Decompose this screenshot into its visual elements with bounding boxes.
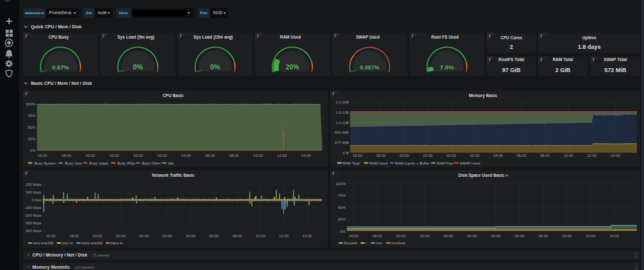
svg-text:14:00: 14:00 [611, 153, 621, 157]
svg-text:08:00: 08:00 [540, 153, 551, 157]
svg-text:SWAP Used: SWAP Used [460, 161, 480, 165]
svg-text:12:00: 12:00 [585, 233, 596, 237]
svg-text:-400 kbps: -400 kbps [24, 229, 41, 233]
svg-text:1.4 GiB: 1.4 GiB [336, 120, 349, 124]
svg-text:20:00: 20:00 [396, 233, 406, 237]
svg-text:16:00: 16:00 [37, 153, 48, 157]
svg-text:Idle: Idle [168, 161, 174, 165]
svg-text:10:00: 10:00 [256, 233, 266, 237]
svg-text:Busy Other: Busy Other [142, 161, 161, 165]
svg-text:16:00: 16:00 [352, 153, 363, 157]
svg-text:RAM Total: RAM Total [343, 161, 360, 165]
svg-text:12:00: 12:00 [279, 233, 289, 237]
svg-text:Busy User: Busy User [65, 161, 82, 165]
svg-text:0%: 0% [133, 62, 143, 70]
svg-text:18:00: 18:00 [372, 233, 383, 237]
svg-text:20:00: 20:00 [86, 153, 96, 157]
svg-text:10:00: 10:00 [253, 153, 263, 157]
svg-text:/: / [366, 241, 367, 245]
svg-text:recv lo: recv lo [62, 241, 73, 245]
svg-text:18:00: 18:00 [376, 153, 386, 157]
svg-text:/boot/efi: /boot/efi [344, 241, 357, 245]
svg-text:trans ens192: trans ens192 [81, 241, 103, 245]
svg-text:/run: /run [376, 241, 383, 245]
svg-text:-300 kbps: -300 kbps [24, 221, 41, 225]
svg-text:CPU Basic: CPU Basic [163, 93, 184, 97]
svg-text:00:00: 00:00 [444, 233, 454, 237]
svg-text:RAM Free: RAM Free [437, 161, 453, 165]
svg-text:25%: 25% [337, 217, 346, 221]
svg-text:75%: 75% [337, 194, 346, 197]
svg-text:14:00: 14:00 [302, 233, 312, 237]
svg-text:0.57%: 0.57% [52, 63, 70, 70]
svg-text:200 kbps: 200 kbps [26, 183, 41, 186]
svg-text:00:00: 00:00 [446, 153, 457, 157]
svg-text:18:00: 18:00 [69, 233, 79, 237]
svg-text:14:00: 14:00 [609, 233, 620, 237]
svg-text:16:00: 16:00 [348, 233, 359, 237]
svg-text:i: i [26, 171, 27, 176]
svg-text:10:00: 10:00 [564, 153, 574, 157]
svg-text:08:00: 08:00 [229, 153, 240, 157]
svg-text:954 MiB: 954 MiB [335, 130, 349, 134]
svg-text:02:00: 02:00 [469, 153, 480, 157]
svg-text:22:00: 22:00 [109, 153, 120, 157]
svg-text:recv ens192: recv ens192 [33, 241, 54, 245]
svg-text:00:00: 00:00 [133, 153, 144, 157]
svg-text:06:00: 06:00 [515, 233, 525, 237]
svg-text:02:00: 02:00 [467, 233, 477, 237]
svg-text:100%: 100% [26, 102, 36, 106]
svg-text:i: i [333, 91, 334, 96]
svg-text:50%: 50% [28, 125, 36, 129]
svg-text:Memory Basic: Memory Basic [469, 93, 497, 98]
svg-text:06:00: 06:00 [205, 153, 216, 157]
svg-text:2.3 GiB: 2.3 GiB [336, 100, 349, 104]
svg-text:02:00: 02:00 [157, 153, 167, 157]
svg-text:12:00: 12:00 [277, 153, 287, 157]
svg-text:04:00: 04:00 [491, 233, 501, 237]
svg-text:Disk Space Used Basic ▾: Disk Space Used Basic ▾ [459, 172, 508, 177]
svg-text:04:00: 04:00 [185, 233, 196, 237]
svg-text:-100 kbps: -100 kbps [24, 206, 41, 210]
svg-text:100 kbps: 100 kbps [26, 190, 41, 194]
svg-text:i: i [333, 171, 334, 176]
svg-text:Network Traffic Basic: Network Traffic Basic [152, 172, 194, 177]
svg-text:06:00: 06:00 [516, 153, 527, 157]
svg-text:12:00: 12:00 [587, 153, 597, 157]
svg-text:Busy System: Busy System [35, 161, 57, 165]
svg-text:20%: 20% [286, 63, 299, 70]
svg-text:08:00: 08:00 [538, 233, 549, 237]
svg-text:-200 kbps: -200 kbps [24, 213, 41, 217]
svg-text:i: i [26, 91, 27, 96]
svg-text:18:00: 18:00 [61, 153, 71, 157]
svg-text:100%: 100% [336, 181, 346, 185]
svg-text:22:00: 22:00 [423, 153, 433, 157]
svg-text:20:00: 20:00 [399, 153, 410, 157]
svg-text:20:00: 20:00 [93, 233, 103, 237]
svg-text:RAM Used: RAM Used [370, 161, 388, 165]
svg-text:25%: 25% [28, 137, 36, 141]
svg-text:1.9 GiB: 1.9 GiB [336, 111, 349, 114]
svg-text:0%: 0% [340, 229, 346, 233]
svg-text:00:00: 00:00 [139, 233, 149, 237]
svg-text:14:00: 14:00 [301, 153, 311, 157]
svg-text:04:00: 04:00 [181, 153, 191, 157]
svg-text:02:00: 02:00 [162, 233, 173, 237]
svg-text:0%: 0% [30, 148, 35, 152]
svg-text:Busy IRQs: Busy IRQs [117, 161, 135, 165]
svg-text:10:00: 10:00 [562, 233, 573, 237]
svg-text:Busy Iowait: Busy Iowait [90, 161, 109, 165]
svg-text:08:00: 08:00 [232, 233, 243, 237]
svg-text:06:00: 06:00 [209, 233, 220, 237]
svg-text:trans lo: trans lo [111, 241, 123, 245]
svg-text:0.087%: 0.087% [360, 64, 379, 70]
svg-text:7.0%: 7.0% [440, 63, 455, 70]
svg-text:RAM Cache + Buffer: RAM Cache + Buffer [395, 161, 430, 165]
svg-text:04:00: 04:00 [493, 153, 504, 157]
svg-text:50%: 50% [337, 205, 346, 209]
svg-text:0 B: 0 B [343, 150, 349, 154]
svg-text:22:00: 22:00 [420, 233, 430, 237]
svg-text:0 bps: 0 bps [32, 198, 41, 202]
svg-text:22:00: 22:00 [116, 233, 126, 237]
svg-text:16:00: 16:00 [46, 233, 56, 237]
